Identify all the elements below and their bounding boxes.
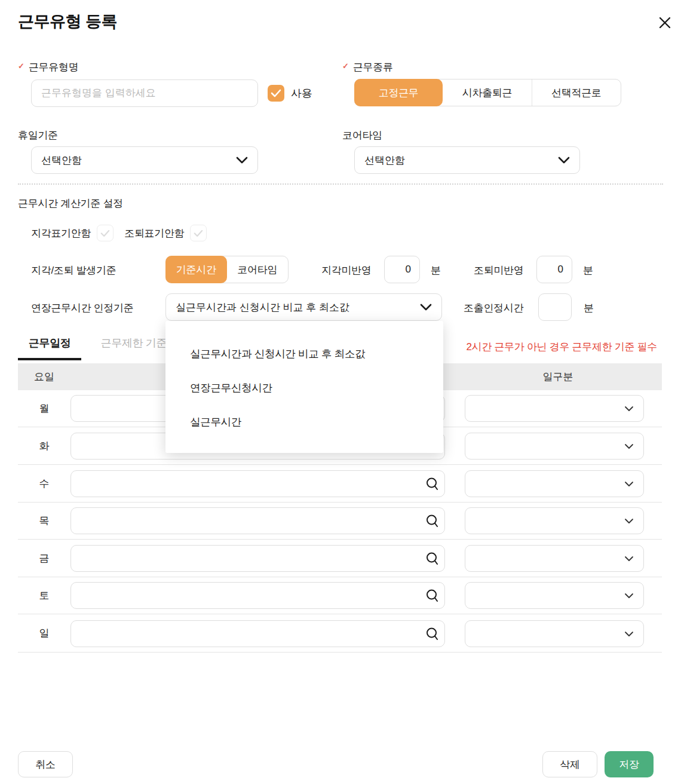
overtime-option-actual-time[interactable]: 실근무시간 xyxy=(165,405,443,439)
use-checkbox[interactable] xyxy=(268,85,284,102)
day-label: 목 xyxy=(18,503,70,540)
search-icon[interactable] xyxy=(425,627,440,644)
cancel-button[interactable]: 취소 xyxy=(18,751,73,777)
chevron-down-icon xyxy=(624,518,634,524)
early-ignore-input[interactable] xyxy=(536,256,572,283)
no-early-leave-mark-label: 조퇴표기안함 xyxy=(124,226,184,240)
day-type-select[interactable] xyxy=(465,545,644,572)
early-ignore-label: 조퇴미반영 xyxy=(474,264,524,277)
work-kind-option-flexible[interactable]: 선택적근로 xyxy=(532,79,621,106)
early-ignore-unit: 분 xyxy=(583,264,593,277)
chevron-down-icon xyxy=(624,443,634,449)
chevron-down-icon xyxy=(236,157,248,164)
chevron-down-icon xyxy=(624,556,634,562)
overtime-basis-label: 연장근무시간 인정기준 xyxy=(31,301,133,315)
overtime-option-requested-time[interactable]: 연장근무신청시간 xyxy=(165,370,443,405)
day-type-select[interactable] xyxy=(465,470,644,497)
work-kind-segmented: 고정근무 시차출퇴근 선택적근로 xyxy=(354,79,621,106)
work-kind-label: 근무종류 xyxy=(353,60,393,74)
overtime-basis-select[interactable]: 실근무시간과 신청시간 비교 후 최소값 xyxy=(165,293,442,321)
table-row-sat: 토 xyxy=(18,577,662,614)
table-row-fri: 금 xyxy=(18,540,662,577)
late-ignore-label: 지각미반영 xyxy=(321,264,372,277)
overtime-basis-value: 실근무시간과 신청시간 비교 후 최소값 xyxy=(176,301,349,314)
use-checkbox-row: 사용 xyxy=(268,85,312,102)
restriction-warning-text: 2시간 근무가 아닌 경우 근무제한 기준 필수 xyxy=(466,340,657,354)
chevron-down-icon xyxy=(624,631,634,637)
core-time-select[interactable]: 선택안함 xyxy=(354,146,580,174)
no-late-mark-checkbox xyxy=(97,225,114,241)
table-row-sun: 일 xyxy=(18,614,662,653)
save-button[interactable]: 저장 xyxy=(605,751,654,777)
overtime-option-min-of-actual-and-requested[interactable]: 실근무시간과 신청시간 비교 후 최소값 xyxy=(165,336,443,370)
day-type-select[interactable] xyxy=(465,433,644,460)
table-row-wed: 수 xyxy=(18,465,662,503)
tab-bar: 근무일정 근무제한 기준 xyxy=(18,336,177,360)
page-title: 근무유형 등록 xyxy=(18,11,117,32)
chevron-down-icon xyxy=(558,157,570,164)
holiday-basis-select[interactable]: 선택안함 xyxy=(31,146,258,174)
core-time-value: 선택안함 xyxy=(364,154,405,167)
required-icon: ✓ xyxy=(18,60,24,72)
day-type-select[interactable] xyxy=(465,620,644,647)
day-label: 토 xyxy=(18,577,70,614)
day-column-header: 요일 xyxy=(18,370,70,384)
search-icon[interactable] xyxy=(425,552,440,568)
chevron-down-icon xyxy=(420,304,432,311)
required-icon: ✓ xyxy=(342,60,349,72)
holiday-basis-value: 선택안함 xyxy=(41,154,82,167)
core-time-label: 코어타임 xyxy=(342,128,382,142)
holiday-basis-label: 휴일기준 xyxy=(18,128,58,142)
occurrence-option-standard-time[interactable]: 기준시간 xyxy=(165,256,227,283)
day-label: 화 xyxy=(18,427,70,465)
early-arrival-unit: 분 xyxy=(584,301,594,315)
table-row-thu: 목 xyxy=(18,503,662,540)
day-type-select[interactable] xyxy=(465,395,644,422)
work-kind-option-fixed[interactable]: 고정근무 xyxy=(354,79,443,106)
day-label: 월 xyxy=(18,390,70,427)
late-ignore-input[interactable] xyxy=(384,256,420,283)
day-type-column-header: 일구분 xyxy=(454,370,662,384)
search-icon[interactable] xyxy=(425,589,440,605)
work-type-name-label-row: ✓ 근무유형명 xyxy=(18,60,78,74)
day-schedule-search-input[interactable] xyxy=(70,507,445,534)
calc-section-title: 근무시간 계산기준 설정 xyxy=(18,197,123,210)
overtime-basis-dropdown-panel: 실근무시간과 신청시간 비교 후 최소값 연장근무신청시간 실근무시간 xyxy=(165,321,443,453)
chevron-down-icon xyxy=(624,406,634,412)
mark-checkbox-row: 지각표기안함 조퇴표기안함 xyxy=(31,225,207,241)
day-schedule-search-input[interactable] xyxy=(70,620,445,647)
day-schedule-search-input[interactable] xyxy=(70,470,445,497)
work-kind-label-row: ✓ 근무종류 xyxy=(342,60,393,74)
day-schedule-search-input[interactable] xyxy=(70,582,445,609)
occurrence-option-core-time[interactable]: 코어타임 xyxy=(227,256,289,283)
late-ignore-unit: 분 xyxy=(431,264,441,277)
occurrence-basis-segmented: 기준시간 코어타임 xyxy=(165,256,289,283)
search-icon[interactable] xyxy=(425,477,440,494)
no-late-mark-label: 지각표기안함 xyxy=(31,226,91,240)
day-type-select[interactable] xyxy=(465,582,644,609)
day-label: 금 xyxy=(18,540,70,577)
work-kind-option-staggered[interactable]: 시차출퇴근 xyxy=(443,79,531,106)
work-type-register-modal: 근무유형 등록 ✓ 근무유형명 사용 ✓ 근무종류 고정근무 시차출퇴근 선택적… xyxy=(0,0,681,784)
tab-work-restriction[interactable]: 근무제한 기준 xyxy=(90,336,177,358)
section-divider xyxy=(18,183,663,185)
day-type-select[interactable] xyxy=(465,507,644,534)
early-arrival-input[interactable] xyxy=(538,293,572,321)
early-arrival-label: 조출인정시간 xyxy=(464,301,523,315)
search-icon[interactable] xyxy=(425,514,440,531)
day-label: 수 xyxy=(18,465,70,503)
day-label: 일 xyxy=(18,614,70,653)
work-type-name-input[interactable] xyxy=(31,79,258,107)
delete-button[interactable]: 삭제 xyxy=(542,751,597,777)
close-icon[interactable] xyxy=(656,14,674,32)
day-schedule-search-input[interactable] xyxy=(70,545,445,572)
no-early-leave-mark-checkbox xyxy=(190,225,207,241)
use-checkbox-label: 사용 xyxy=(291,86,312,100)
occurrence-basis-label: 지각/조퇴 발생기준 xyxy=(31,264,116,277)
work-type-name-label: 근무유형명 xyxy=(29,60,79,74)
chevron-down-icon xyxy=(624,481,634,487)
tab-work-schedule[interactable]: 근무일정 xyxy=(18,336,81,360)
chevron-down-icon xyxy=(624,593,634,599)
